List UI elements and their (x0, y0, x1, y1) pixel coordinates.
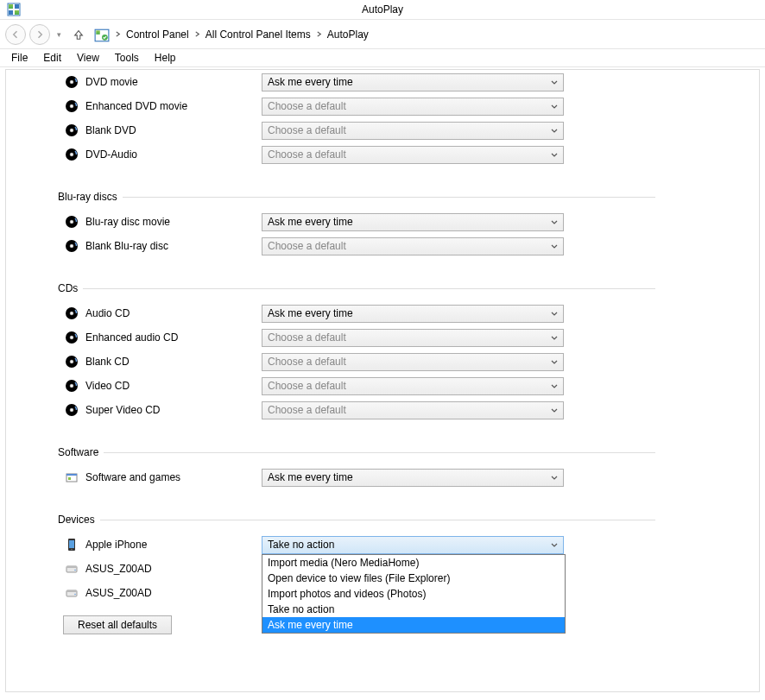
autoplay-label: Super Video CD (85, 404, 262, 416)
chevron-right-icon[interactable] (316, 31, 322, 37)
autoplay-label: Enhanced DVD movie (85, 100, 262, 112)
back-button[interactable] (5, 24, 26, 45)
autoplay-label: ASUS_Z00AD (85, 587, 262, 599)
autoplay-row: Apple iPhoneTake no actionImport media (… (65, 533, 655, 557)
chevron-right-icon[interactable] (115, 31, 121, 37)
autoplay-label: Blu-ray disc movie (85, 216, 262, 228)
menu-tools[interactable]: Tools (107, 50, 147, 66)
autoplay-dropdown[interactable]: Choose a default (262, 237, 564, 255)
breadcrumb[interactable]: Control Panel All Control Panel Items Au… (113, 24, 760, 45)
autoplay-label: Apple iPhone (85, 539, 262, 551)
disc-icon (65, 148, 80, 161)
autoplay-row: Software and gamesAsk me every time (65, 465, 655, 489)
dropdown-option[interactable]: Open device to view files (File Explorer… (262, 571, 565, 586)
app-icon (7, 3, 21, 16)
svg-rect-4 (15, 10, 19, 15)
autoplay-dropdown[interactable]: Ask me every time (262, 213, 564, 231)
section-title: Devices (58, 514, 95, 526)
breadcrumb-item[interactable]: All Control Panel Items (200, 27, 316, 42)
svg-rect-37 (66, 566, 77, 568)
autoplay-dropdown[interactable]: Choose a default (262, 329, 564, 347)
autoplay-label: ASUS_Z00AD (85, 563, 262, 575)
menu-view[interactable]: View (69, 50, 107, 66)
svg-point-13 (70, 129, 73, 132)
dropdown-option[interactable]: Ask me every time (262, 617, 565, 633)
autoplay-label: DVD-Audio (85, 148, 262, 161)
autoplay-dropdown[interactable]: Ask me every time (262, 469, 564, 487)
autoplay-row: Blu-ray disc movieAsk me every time (65, 210, 655, 234)
autoplay-dropdown[interactable]: Take no actionImport media (Nero MediaHo… (262, 536, 564, 554)
up-button[interactable] (70, 26, 87, 43)
dropdown-value: Choose a default (268, 331, 346, 344)
dropdown-option[interactable]: Take no action (262, 602, 565, 617)
svg-rect-6 (96, 30, 100, 35)
drive-icon (65, 562, 80, 576)
autoplay-dropdown[interactable]: Choose a default (262, 98, 564, 116)
section-title: Software (58, 446, 98, 458)
autoplay-dropdown[interactable]: Ask me every time (262, 73, 564, 91)
window-title: AutoPlay (362, 3, 403, 16)
section-header: Blu-ray discs (58, 191, 655, 203)
section-title: CDs (58, 282, 78, 294)
svg-rect-2 (15, 4, 19, 9)
forward-button[interactable] (29, 24, 50, 45)
dropdown-value: Ask me every time (268, 216, 353, 228)
autoplay-dropdown[interactable]: Choose a default (262, 353, 564, 371)
breadcrumb-item[interactable]: Control Panel (121, 27, 194, 42)
autoplay-label: Blank Blu-ray disc (85, 240, 262, 252)
autoplay-row: Blank Blu-ray discChoose a default (65, 234, 655, 258)
svg-rect-40 (66, 590, 77, 592)
autoplay-label: DVD movie (85, 76, 262, 88)
disc-icon (65, 123, 80, 137)
menu-help[interactable]: Help (147, 50, 184, 66)
autoplay-label: Audio CD (85, 307, 262, 319)
dropdown-value: Ask me every time (268, 471, 353, 483)
autoplay-row: Enhanced DVD movieChoose a default (65, 94, 655, 118)
disc-icon (65, 239, 80, 253)
section-header: CDs (58, 282, 655, 294)
svg-point-15 (70, 153, 73, 156)
svg-rect-34 (69, 540, 74, 548)
autoplay-dropdown[interactable]: Choose a default (262, 377, 564, 395)
svg-point-25 (70, 360, 73, 363)
reset-defaults-button[interactable]: Reset all defaults (63, 615, 172, 634)
disc-icon (65, 403, 80, 417)
autoplay-dropdown[interactable]: Choose a default (262, 122, 564, 140)
svg-rect-31 (66, 474, 77, 476)
section-header: Devices (58, 514, 655, 526)
menu-file[interactable]: File (3, 50, 35, 66)
dropdown-value: Choose a default (268, 148, 346, 161)
section-header: Software (58, 446, 655, 458)
chevron-right-icon[interactable] (194, 31, 200, 37)
svg-rect-1 (9, 4, 13, 9)
disc-icon (65, 215, 80, 229)
svg-point-27 (70, 384, 73, 388)
breadcrumb-item[interactable]: AutoPlay (322, 27, 374, 42)
autoplay-row: Blank DVDChoose a default (65, 118, 655, 142)
dropdown-value: Take no action (268, 539, 334, 551)
disc-icon (65, 355, 80, 369)
recent-locations-icon[interactable]: ▾ (54, 30, 63, 39)
svg-point-19 (70, 244, 73, 248)
dropdown-value: Choose a default (268, 404, 346, 416)
dropdown-option[interactable]: Import photos and videos (Photos) (262, 586, 565, 602)
autoplay-dropdown[interactable]: Choose a default (262, 401, 564, 419)
dropdown-list: Import media (Nero MediaHome)Open device… (262, 554, 566, 634)
autoplay-label: Blank DVD (85, 124, 262, 136)
autoplay-row: Super Video CDChoose a default (65, 398, 655, 422)
svg-point-41 (74, 594, 76, 596)
dropdown-option[interactable]: Import media (Nero MediaHome) (262, 555, 565, 571)
svg-point-17 (70, 220, 73, 224)
dropdown-value: Ask me every time (268, 76, 353, 88)
autoplay-dropdown[interactable]: Choose a default (262, 146, 564, 164)
autoplay-row: Audio CDAsk me every time (65, 301, 655, 325)
dropdown-value: Choose a default (268, 380, 346, 392)
autoplay-dropdown[interactable]: Ask me every time (262, 305, 564, 323)
autoplay-row: DVD-AudioChoose a default (65, 142, 655, 167)
autoplay-row: Blank CDChoose a default (65, 350, 655, 374)
disc-icon (65, 331, 80, 344)
menu-edit[interactable]: Edit (35, 50, 69, 66)
dropdown-value: Choose a default (268, 124, 346, 136)
menu-bar: File Edit View Tools Help (0, 48, 765, 67)
svg-point-29 (70, 408, 73, 412)
